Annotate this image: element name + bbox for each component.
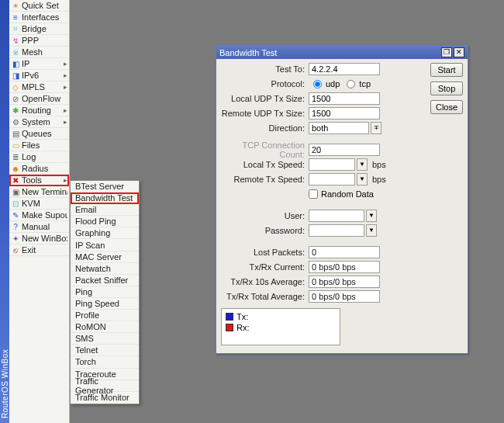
radio-tcp[interactable] (347, 80, 355, 88)
sidebar-item-routing[interactable]: ✱Routing▸ (9, 105, 69, 116)
start-button[interactable]: Start (430, 63, 463, 77)
sidebar-item-log[interactable]: ≣Log (9, 151, 69, 163)
test-to-input[interactable] (309, 63, 380, 75)
submenu-item-mac-server[interactable]: MAC Server (71, 251, 139, 263)
sidebar-item-kvm[interactable]: ⊡KVM (9, 198, 69, 210)
routing-icon: ✱ (11, 106, 20, 115)
sidebar-item-new-terminal[interactable]: ▣New Terminal (9, 186, 69, 198)
sidebar-item-label: Tools (22, 175, 63, 185)
submenu-item-packet-sniffer[interactable]: Packet Sniffer (71, 275, 139, 286)
sidebar-item-label: Make Supout.rif (22, 210, 67, 220)
close-icon[interactable]: ✕ (454, 47, 464, 57)
sidebar-item-label: Interfaces (22, 12, 67, 22)
sidebar-item-label: IP (22, 59, 63, 68)
exit-icon: ⎋ (11, 246, 20, 255)
bridge-icon: ⌗ (11, 24, 20, 33)
remote-tx-dropdown-icon[interactable]: ▼ (357, 173, 368, 185)
submenu-item-btest-server[interactable]: BTest Server (71, 181, 139, 192)
make-supout-rif-icon: ✎ (11, 211, 20, 220)
remote-udp-input[interactable] (309, 107, 380, 120)
sidebar-item-radius[interactable]: ☻Radius (9, 163, 69, 175)
sidebar-item-label: OpenFlow (22, 94, 67, 103)
kvm-icon: ⊡ (11, 199, 20, 208)
password-input[interactable] (309, 224, 364, 237)
submenu-item-traffic-monitor[interactable]: Traffic Monitor (71, 392, 139, 404)
txrx-total-value: 0 bps/0 bps (309, 290, 380, 303)
random-data-checkbox[interactable] (309, 189, 318, 199)
submenu-item-traffic-generator[interactable]: Traffic Generator (71, 380, 139, 392)
sidebar-item-system[interactable]: ⚙System▸ (9, 116, 69, 128)
chevron-right-icon: ▸ (64, 83, 67, 91)
submenu-item-netwatch[interactable]: Netwatch (71, 263, 139, 275)
submenu-item-torch[interactable]: Torch (71, 356, 139, 368)
submenu-item-graphing[interactable]: Graphing (71, 227, 139, 239)
submenu-item-telnet[interactable]: Telnet (71, 345, 139, 356)
submenu-item-ping-speed[interactable]: Ping Speed (71, 298, 139, 310)
sidebar-item-tools[interactable]: ✖Tools▸ (9, 175, 69, 186)
label-remote-udp: Remote UDP Tx Size: (221, 109, 309, 118)
sidebar-item-label: Quick Set (22, 1, 67, 10)
label-remote-tx: Remote Tx Speed: (221, 175, 309, 184)
submenu-item-flood-ping[interactable]: Flood Ping (71, 216, 139, 227)
sidebar-item-label: Log (22, 152, 67, 161)
sidebar-item-queues[interactable]: ▤Queues (9, 128, 69, 140)
radius-icon: ☻ (11, 165, 20, 173)
sidebar-item-manual[interactable]: ?Manual (9, 221, 69, 233)
rx-swatch-icon (226, 324, 233, 331)
sidebar-item-exit[interactable]: ⎋Exit (9, 244, 69, 256)
tools-icon: ✖ (11, 176, 20, 185)
chevron-right-icon: ▸ (64, 106, 67, 114)
local-tx-dropdown-icon[interactable]: ▼ (357, 158, 368, 171)
close-button[interactable]: Close (430, 100, 463, 114)
sidebar-item-openflow[interactable]: ⊘OpenFlow (9, 93, 69, 105)
remote-tx-input[interactable] (309, 173, 355, 185)
sidebar-item-new-winbox[interactable]: ✦New WinBox (9, 233, 69, 244)
sidebar-item-ppp[interactable]: ↯PPP (9, 35, 69, 47)
label-txrx-avg: Tx/Rx 10s Average: (221, 277, 309, 286)
sidebar-item-make-supout-rif[interactable]: ✎Make Supout.rif (9, 210, 69, 221)
submenu-item-ping[interactable]: Ping (71, 286, 139, 298)
sidebar-item-bridge[interactable]: ⌗Bridge (9, 23, 69, 35)
submenu-item-profile[interactable]: Profile (71, 310, 139, 321)
sidebar-item-quick-set[interactable]: ✴Quick Set (9, 0, 69, 12)
direction-select[interactable] (309, 122, 369, 134)
local-tx-input[interactable] (309, 158, 355, 171)
form-column: Test To: Protocol: udp tcp Local UDP Tx … (221, 62, 401, 345)
stop-button[interactable]: Stop (430, 81, 463, 95)
label-local-tx: Local Tx Speed: (221, 160, 309, 169)
submenu-item-romon[interactable]: RoMON (71, 321, 139, 333)
interfaces-icon: ≡ (11, 13, 20, 22)
label-txrx-tot: Tx/Rx Total Average: (221, 292, 309, 301)
label-test-to: Test To: (221, 64, 309, 74)
log-icon: ≣ (11, 153, 20, 161)
user-dropdown-icon[interactable]: ▼ (366, 210, 377, 222)
system-icon: ⚙ (11, 118, 20, 127)
restore-icon[interactable]: ❐ (441, 47, 452, 57)
password-dropdown-icon[interactable]: ▼ (366, 224, 377, 237)
sidebar-item-files[interactable]: ▭Files (9, 140, 69, 151)
sidebar-item-mpls[interactable]: ◇MPLS▸ (9, 81, 69, 93)
sidebar-item-label: Exit (22, 245, 67, 255)
ipv6-icon: ◨ (11, 71, 20, 80)
submenu-item-email[interactable]: Email (71, 204, 139, 216)
radio-tcp-label: tcp (359, 79, 371, 88)
action-button-column: Start Stop Close (430, 63, 463, 114)
tcp-conn-input[interactable] (309, 144, 380, 156)
submenu-item-sms[interactable]: SMS (71, 333, 139, 345)
submenu-item-ip-scan[interactable]: IP Scan (71, 239, 139, 251)
user-input[interactable] (309, 210, 364, 222)
direction-dropdown-icon[interactable]: ∓ (371, 122, 381, 134)
dialog-titlebar[interactable]: Bandwidth Test ❐ ✕ (216, 46, 468, 59)
label-password: Password: (221, 226, 309, 235)
sidebar-item-label: PPP (22, 36, 67, 45)
openflow-icon: ⊘ (11, 95, 20, 103)
manual-icon: ? (11, 223, 20, 231)
local-udp-input[interactable] (309, 92, 380, 105)
radio-udp[interactable] (313, 80, 322, 88)
sidebar-item-mesh[interactable]: ※Mesh (9, 47, 69, 58)
sidebar-item-ip[interactable]: ◧IP▸ (9, 58, 69, 70)
sidebar-item-interfaces[interactable]: ≡Interfaces (9, 12, 69, 23)
submenu-item-bandwidth-test[interactable]: Bandwidth Test (71, 192, 139, 204)
sidebar-item-ipv6[interactable]: ◨IPv6▸ (9, 70, 69, 81)
chevron-right-icon: ▸ (64, 60, 67, 68)
